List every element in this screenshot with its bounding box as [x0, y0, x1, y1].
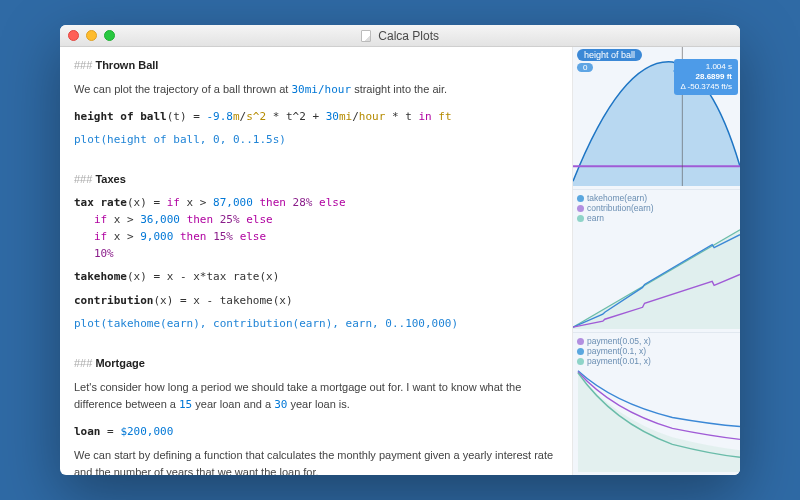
heading-mortgage: ### Mortgage: [74, 357, 145, 369]
loan-def: loan = $200,000: [74, 423, 558, 440]
taxes-plot-call: plot(takehome(earn), contribution(earn),…: [74, 315, 558, 332]
heading-taxes: ### Taxes: [74, 173, 126, 185]
titlebar[interactable]: Calca Plots: [60, 25, 740, 47]
heading-thrown-ball: ### Thrown Ball: [74, 59, 158, 71]
close-icon[interactable]: [68, 30, 79, 41]
content-area: ### Thrown Ball We can plot the trajecto…: [60, 47, 740, 475]
zoom-icon[interactable]: [104, 30, 115, 41]
plots-pane: height of ball 0 1.004 s 28.6899 ft Δ -5…: [572, 47, 740, 475]
ball-plot-call: plot(height of ball, 0, 0..1.5s): [74, 131, 558, 148]
plot-taxes[interactable]: takehome(earn) contribution(earn) earn: [573, 190, 740, 333]
plot-ball[interactable]: height of ball 0 1.004 s 28.6899 ft Δ -5…: [573, 47, 740, 190]
heading-text: Thrown Ball: [95, 59, 158, 71]
window-title: Calca Plots: [60, 29, 740, 43]
plot-ball-tooltip: 1.004 s 28.6899 ft Δ -50.3745 ft/s: [674, 59, 738, 95]
traffic-lights: [68, 30, 115, 41]
ball-definition: height of ball(t) = -9.8m/s^2 * t^2 + 30…: [74, 108, 558, 125]
mortgage-tail: We can start by defining a function that…: [74, 447, 558, 475]
plot-taxes-svg: [573, 190, 740, 329]
takehome-def: takehome(x) = x - x*tax rate(x): [74, 268, 558, 285]
plot-mortgage[interactable]: payment(0.05, x) payment(0.1, x) payment…: [573, 333, 740, 475]
contribution-def: contribution(x) = x - takehome(x): [74, 292, 558, 309]
window-title-text: Calca Plots: [378, 29, 439, 43]
minimize-icon[interactable]: [86, 30, 97, 41]
editor-pane[interactable]: ### Thrown Ball We can plot the trajecto…: [60, 47, 572, 475]
mortgage-intro: Let's consider how long a period we shou…: [74, 379, 558, 413]
tax-rate-def: tax rate(x) = if x > 87,000 then 28% els…: [74, 194, 558, 262]
heading-marker: ###: [74, 59, 92, 71]
document-icon: [361, 30, 371, 42]
app-window: Calca Plots ### Thrown Ball We can plot …: [60, 25, 740, 475]
plot-mortgage-svg: [573, 333, 740, 472]
thrown-ball-intro: We can plot the trajectory of a ball thr…: [74, 81, 558, 98]
